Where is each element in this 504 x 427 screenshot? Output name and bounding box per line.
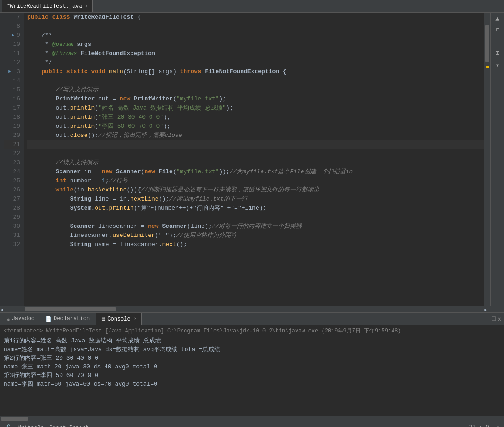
right-panel-grid[interactable]: ⊞ — [494, 48, 500, 58]
bottom-tab-actions: □ ✕ — [492, 315, 504, 323]
console-close-btn[interactable]: × — [134, 316, 137, 322]
code-area[interactable]: public class WriteReadFileTest { /** * @… — [24, 13, 484, 306]
line-number-19: 19 — [4, 122, 20, 131]
line-number-32: 32 — [4, 240, 20, 249]
minimize-btn[interactable]: □ — [492, 315, 495, 323]
right-panel-collapse[interactable]: ▲ — [494, 15, 500, 24]
line-number-31: 31 — [4, 231, 20, 240]
scroll-left-btn[interactable]: ◂ — [0, 306, 24, 312]
code-line-18: out.println("张三 20 30 40 0 0"); — [27, 113, 484, 122]
right-panel-chevron[interactable]: ▾ — [494, 60, 500, 70]
position-label: 21 : 9 — [469, 424, 489, 427]
code-line-7: public class WriteReadFileTest { — [27, 13, 484, 22]
insert-label: Smart Insert — [50, 425, 89, 427]
scrollbar-thumb-v[interactable] — [485, 25, 489, 62]
line-number-9: ▶9 — [4, 31, 20, 40]
code-line-13: public static void main(String[] args) t… — [27, 67, 484, 76]
code-line-17: out.println("姓名 高数 Java 数据结构 平均成绩 总成绩"); — [27, 104, 484, 113]
code-line-32: String name = linescanner.next(); — [27, 240, 484, 249]
console-content: <terminated> WriteReadFileTest [Java App… — [0, 325, 504, 422]
line-number-17: 17 — [4, 104, 20, 113]
code-line-11: * @throws FileNotFoundException — [27, 49, 484, 58]
bottom-tab-bar: ☕ Javadoc 📄 Declaration 🖥 Console × □ ✕ — [0, 312, 504, 325]
code-line-12: */ — [27, 58, 484, 67]
code-line-21 — [27, 140, 484, 149]
code-line-23: //读入文件演示 — [27, 158, 484, 167]
line-number-22: 22 — [4, 149, 20, 158]
line-number-27: 27 — [4, 195, 20, 204]
line-numbers: 78▶9101112▶13141516171819202122232425262… — [0, 13, 24, 306]
console-line: 第3行的内容=李四 50 60 70 0 0 — [4, 371, 500, 380]
code-line-14 — [27, 76, 484, 85]
status-lock-icon: 🔒 — [5, 424, 12, 427]
console-icon: 🖥 — [101, 316, 106, 322]
console-line: 第1行的内容=姓名 高数 Java 数据结构 平均成绩 总成绩 — [4, 337, 500, 345]
code-line-29 — [27, 213, 484, 222]
line-number-29: 29 — [4, 213, 20, 222]
code-line-15: //写入文件演示 — [27, 85, 484, 95]
console-h-thumb[interactable] — [1, 417, 28, 421]
console-line: name=张三 math=20 java=30 ds=40 avg0 total… — [4, 362, 500, 371]
tab-declaration[interactable]: 📄 Declaration — [40, 313, 95, 325]
line-number-8: 8 — [4, 22, 20, 31]
code-line-24: Scanner in = new Scanner(new File("myfil… — [27, 167, 484, 176]
code-line-10: * @param args — [27, 40, 484, 49]
horizontal-scrollbar[interactable]: ◂ ▸ — [0, 306, 504, 312]
declaration-icon: 📄 — [45, 316, 52, 322]
line-number-14: 14 — [4, 76, 20, 85]
line-number-23: 23 — [4, 158, 20, 167]
line-number-21: 21 — [4, 140, 20, 149]
line-number-25: 25 — [4, 176, 20, 186]
console-output: <terminated> WriteReadFileTest [Java App… — [0, 325, 504, 416]
tab-console[interactable]: 🖥 Console × — [96, 313, 141, 325]
line-number-28: 28 — [4, 204, 20, 213]
code-line-26: while(in.hasNextLine()){//判断扫描器是否还有下一行未读… — [27, 186, 484, 195]
vertical-scrollbar[interactable] — [484, 13, 490, 306]
close-panel-btn[interactable]: ✕ — [498, 315, 501, 323]
editor-row: 78▶9101112▶13141516171819202122232425262… — [0, 13, 504, 306]
tab-bar: *WriteReadFileTest.java × — [0, 0, 504, 13]
console-label: Console — [107, 316, 130, 322]
console-scrollbar-h[interactable] — [0, 416, 504, 422]
scroll-marker — [486, 66, 489, 68]
line-number-20: 20 — [4, 131, 20, 140]
code-line-28: System.out.println("第"+(number++)+"行的内容"… — [27, 204, 484, 213]
line-number-18: 18 — [4, 113, 20, 122]
line-number-10: 10 — [4, 40, 20, 49]
status-insert-section: Smart Insert — [50, 425, 89, 427]
right-panel-expand[interactable]: F — [495, 26, 500, 34]
bottom-panel: ☕ Javadoc 📄 Declaration 🖥 Console × □ ✕ … — [0, 312, 504, 427]
code-line-25: int number = 1;//行号 — [27, 176, 484, 186]
javadoc-icon: ☕ — [7, 316, 10, 322]
console-line: name=李四 math=50 java=60 ds=70 avg0 total… — [4, 380, 500, 388]
scroll-right-btn[interactable]: ▸ — [484, 306, 490, 312]
status-right: 21 : 9 ⚙ — [469, 424, 499, 427]
line-number-11: 11 — [4, 49, 20, 58]
scrollbar-h-track[interactable] — [25, 307, 483, 311]
code-line-20: out.close();//切记，输出完毕，需要close — [27, 131, 484, 140]
line-number-16: 16 — [4, 95, 20, 104]
declaration-label: Declaration — [54, 316, 90, 322]
line-number-30: 30 — [4, 222, 20, 231]
code-line-31: linescanner.useDelimiter(" ");//使用空格作为分隔… — [27, 231, 484, 240]
tab-label: *WriteReadFileTest.java — [7, 3, 82, 10]
tab-javadoc[interactable]: ☕ Javadoc — [2, 313, 40, 325]
line-number-15: 15 — [4, 85, 20, 95]
line-number-13: ▶13 — [4, 67, 20, 76]
scrollbar-h-thumb[interactable] — [25, 307, 116, 311]
tab-close-btn[interactable]: × — [85, 4, 88, 9]
console-terminated-line: <terminated> WriteReadFileTest [Java App… — [4, 327, 500, 335]
status-writable-section: Writable — [18, 425, 44, 427]
status-extra: ⚙ — [496, 424, 499, 427]
status-bar: 🔒 Writable Smart Insert 21 : 9 ⚙ — [0, 422, 504, 427]
line-number-24: 24 — [4, 167, 20, 176]
status-icon-section: 🔒 — [5, 424, 12, 427]
line-number-12: 12 — [4, 58, 20, 67]
editor-tab[interactable]: *WriteReadFileTest.java × — [2, 0, 93, 12]
code-line-8 — [27, 22, 484, 31]
code-line-27: String line = in.nextLine();//读出myfile.t… — [27, 195, 484, 204]
console-line: name=姓名 math=高数 java=Java ds=数据结构 avg平均成… — [4, 345, 500, 354]
javadoc-label: Javadoc — [12, 316, 35, 322]
code-line-9: /** — [27, 31, 484, 40]
code-line-16: PrintWriter out = new PrintWriter("myfil… — [27, 95, 484, 104]
